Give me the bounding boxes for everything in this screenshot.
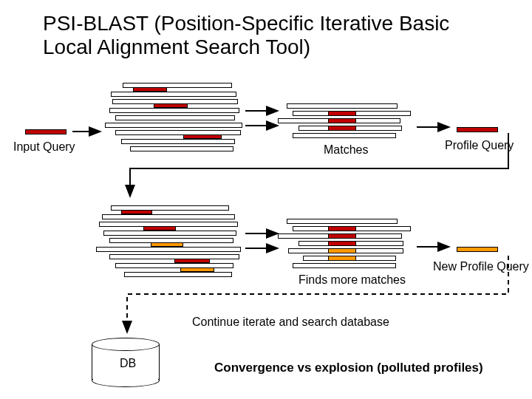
new-profile-label: New Profile Query	[433, 260, 529, 273]
more-aligned-seed	[328, 233, 356, 239]
slide-title: PSI-BLAST (Position-Specific Iterative B…	[43, 12, 457, 59]
more-match-bar	[96, 247, 241, 252]
aligned-seed	[328, 111, 356, 116]
match-bar	[121, 139, 235, 144]
aligned-seed	[328, 118, 356, 123]
more-aligned-bar	[287, 219, 398, 224]
more-match-bar	[103, 231, 236, 236]
more-match-bar	[124, 272, 232, 277]
match-bar	[105, 123, 242, 128]
convergence-label: Convergence vs explosion (polluted profi…	[214, 361, 483, 375]
aligned-bar	[293, 133, 396, 138]
match-bar	[130, 146, 233, 151]
match-bar	[115, 115, 235, 120]
more-aligned-seed-new	[328, 256, 356, 261]
more-aligned-seed	[328, 241, 356, 246]
more-match-bar	[115, 263, 233, 268]
aligned-seed	[328, 126, 356, 131]
match-bar	[109, 108, 239, 113]
arrows-layer	[0, 0, 532, 399]
profile-query-label: Profile Query	[445, 139, 514, 152]
input-query-bar	[25, 129, 66, 134]
continue-label: Continue iterate and search database	[192, 316, 389, 329]
input-query-label: Input Query	[13, 140, 75, 154]
matches-label: Matches	[324, 143, 368, 157]
finds-more-label: Finds more matches	[299, 273, 406, 287]
db-label: DB	[120, 357, 136, 370]
more-aligned-seed-new	[328, 248, 356, 253]
match-bar	[115, 130, 241, 135]
new-profile-bar	[457, 247, 498, 252]
match-bar	[111, 92, 236, 97]
aligned-bar	[287, 103, 398, 109]
profile-query-bar	[457, 127, 498, 132]
more-aligned-bar	[293, 263, 396, 268]
more-match-bar	[102, 214, 235, 219]
more-aligned-seed	[328, 226, 356, 231]
